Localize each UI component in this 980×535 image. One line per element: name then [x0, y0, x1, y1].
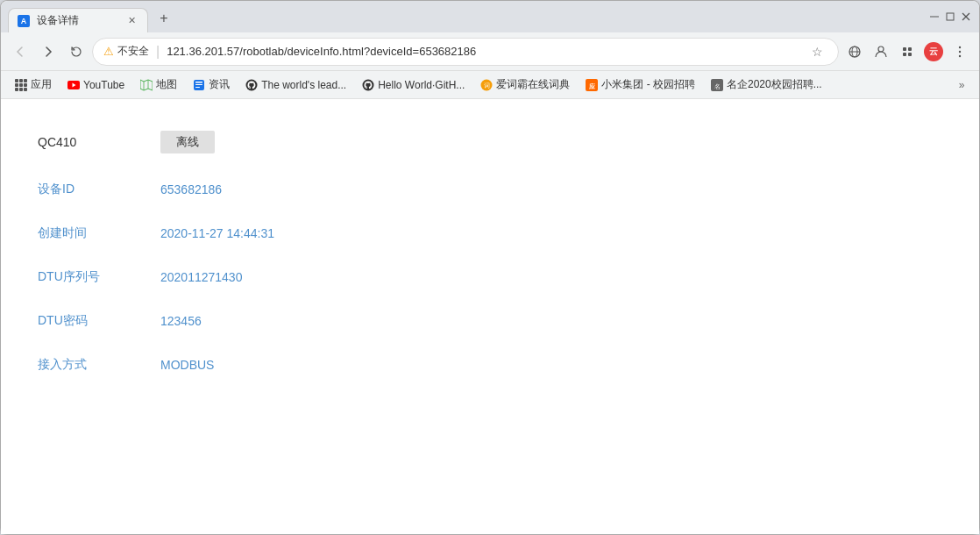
menu-button[interactable] — [948, 39, 972, 64]
svg-rect-22 — [195, 84, 202, 85]
bookmark-star-button[interactable]: ☆ — [806, 41, 827, 62]
field-label-4: 接入方式 — [27, 343, 150, 387]
field-label-2: DTU序列号 — [27, 255, 150, 299]
field-label-1: 创建时间 — [27, 211, 150, 255]
back-button[interactable] — [8, 39, 32, 64]
svg-rect-1 — [947, 13, 954, 20]
reload-button[interactable] — [64, 39, 89, 64]
bookmark-campus[interactable]: 名 名企2020校园招聘... — [704, 75, 829, 94]
bookmark-apps[interactable]: 应用 — [8, 75, 59, 94]
address-divider: | — [156, 44, 160, 60]
tab-strip: A 设备详情 ✕ + — [8, 1, 928, 32]
bookmark-news-label: 资讯 — [209, 77, 230, 92]
security-label: 不安全 — [117, 44, 149, 59]
bookmark-xiaomi-label: 小米集团 - 校园招聘 — [601, 77, 695, 92]
svg-rect-10 — [903, 53, 906, 56]
bookmark-youtube[interactable]: YouTube — [60, 77, 131, 93]
browser-window: A 设备详情 ✕ + — [0, 0, 980, 535]
address-bar[interactable]: ⚠ 不安全 | 121.36.201.57/robotlab/deviceInf… — [92, 38, 839, 66]
bookmark-xiaomi[interactable]: 应 小米集团 - 校园招聘 — [579, 75, 702, 94]
bookmark-apps-label: 应用 — [31, 77, 52, 92]
campus-icon: 名 — [711, 79, 723, 91]
xiaomi-icon: 应 — [586, 79, 598, 91]
warning-icon: ⚠ — [103, 45, 114, 58]
bookmark-github1-label: The world's lead... — [261, 79, 346, 91]
tab-favicon: A — [18, 15, 30, 27]
svg-rect-11 — [908, 53, 912, 56]
close-button[interactable] — [960, 11, 972, 23]
bookmark-maps-label: 地图 — [156, 77, 177, 92]
field-value-1: 2020-11-27 14:44:31 — [150, 211, 953, 255]
url-text: 121.36.201.57/robotlab/deviceInfo.html?d… — [167, 45, 799, 58]
svg-text:应: 应 — [588, 82, 596, 89]
svg-point-25 — [363, 79, 374, 90]
bookmark-news[interactable]: 资讯 — [186, 75, 237, 94]
device-info-table: QC410 离线 设备ID 653682186 创建时间 2020-11-27 … — [27, 117, 953, 387]
bookmarks-bar: 应用 YouTube 地图 资讯 The world's lead... — [1, 71, 979, 99]
tab-close-button[interactable]: ✕ — [124, 14, 138, 28]
window-controls — [928, 11, 972, 23]
dict-icon: 词 — [480, 79, 493, 91]
bookmark-campus-label: 名企2020校园招聘... — [727, 77, 822, 92]
forward-button[interactable] — [36, 39, 60, 64]
bookmark-dict[interactable]: 词 爱词霸在线词典 — [473, 75, 577, 94]
active-tab[interactable]: A 设备详情 ✕ — [8, 8, 148, 32]
field-value-0: 653682186 — [150, 168, 953, 211]
svg-point-12 — [959, 46, 961, 47]
new-tab-button[interactable]: + — [152, 6, 176, 31]
field-label-3: DTU密码 — [27, 299, 150, 343]
bookmark-maps[interactable]: 地图 — [133, 75, 184, 94]
svg-rect-0 — [930, 17, 939, 18]
svg-point-14 — [959, 54, 961, 56]
youtube-icon — [67, 79, 80, 91]
github2-icon — [362, 79, 374, 91]
svg-text:名: 名 — [714, 82, 720, 89]
device-field-row: 设备ID 653682186 — [27, 168, 953, 211]
svg-text:词: 词 — [484, 82, 490, 89]
svg-rect-9 — [908, 47, 912, 51]
restore-button[interactable] — [944, 11, 956, 23]
tab-title: 设备详情 — [37, 13, 117, 28]
device-name-label: QC410 — [27, 117, 150, 168]
sync-button[interactable]: 云 — [921, 39, 946, 64]
translate-button[interactable] — [842, 39, 867, 64]
field-value-2: 202011271430 — [150, 255, 953, 299]
profile-button[interactable] — [869, 39, 893, 64]
toolbar: ⚠ 不安全 | 121.36.201.57/robotlab/deviceInf… — [1, 32, 979, 71]
bookmarks-more-button[interactable]: » — [951, 75, 972, 96]
apps-grid-icon — [15, 79, 27, 91]
device-field-row: DTU密码 123456 — [27, 299, 953, 343]
device-field-row: 创建时间 2020-11-27 14:44:31 — [27, 211, 953, 255]
bookmark-dict-label: 爱词霸在线词典 — [496, 77, 570, 92]
extensions-button[interactable] — [895, 39, 920, 64]
device-status-cell: 离线 — [150, 117, 953, 168]
device-name-row: QC410 离线 — [27, 117, 953, 168]
svg-point-24 — [246, 79, 258, 90]
bookmark-github2[interactable]: Hello World·GitH... — [355, 77, 472, 93]
minimize-button[interactable] — [928, 11, 941, 23]
svg-rect-21 — [195, 82, 202, 83]
device-field-row: DTU序列号 202011271430 — [27, 255, 953, 299]
status-button[interactable]: 离线 — [160, 131, 215, 153]
svg-point-13 — [959, 50, 961, 52]
address-actions: ☆ — [806, 41, 827, 62]
bookmark-github2-label: Hello World·GitH... — [378, 79, 465, 91]
svg-point-7 — [878, 46, 884, 52]
news-icon — [193, 79, 205, 91]
title-bar: A 设备详情 ✕ + — [1, 1, 979, 32]
field-value-4: MODBUS — [150, 343, 953, 387]
svg-rect-8 — [903, 47, 906, 51]
field-value-3: 123456 — [150, 299, 953, 343]
device-field-row: 接入方式 MODBUS — [27, 343, 953, 387]
toolbar-actions: 云 — [842, 39, 972, 64]
bookmark-github1[interactable]: The world's lead... — [238, 77, 353, 93]
svg-rect-23 — [195, 87, 200, 88]
maps-icon — [140, 79, 153, 91]
security-warning: ⚠ 不安全 — [103, 44, 149, 59]
bookmark-youtube-label: YouTube — [83, 79, 124, 91]
field-label-0: 设备ID — [27, 168, 150, 211]
svg-marker-17 — [140, 80, 153, 90]
github-icon — [245, 79, 258, 91]
page-content: QC410 离线 设备ID 653682186 创建时间 2020-11-27 … — [1, 99, 979, 534]
